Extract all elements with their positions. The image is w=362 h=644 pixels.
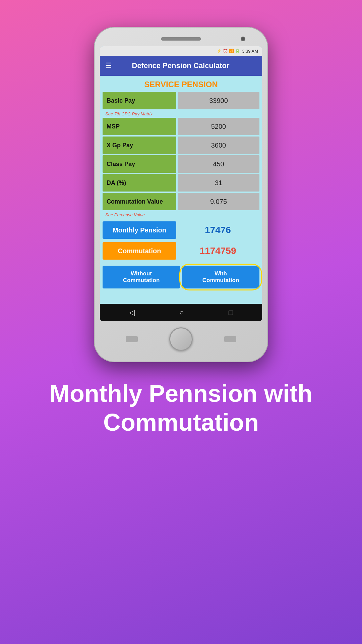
table-row: Commutation Value 9.075 [103,193,259,210]
phone-device: ⚡ ⏰ 📶 🔋 3:39 AM ☰ Defence Pension Calcul… [94,27,268,362]
label-da: DA (%) [103,174,176,192]
hint-purchase-value[interactable]: See Purchase Value [103,212,259,219]
label-basic-pay: Basic Pay [103,92,176,109]
action-buttons: WithoutCommutation WithCommutation [100,264,262,290]
phone-right-button [224,336,236,342]
app-title: Defence Pension Calculator [117,61,244,70]
table-row: Basic Pay 33900 [103,92,259,109]
commutation-row: Commutation 1174759 [103,241,259,260]
home-button[interactable]: ○ [179,308,184,317]
value-commutation-value[interactable]: 9.075 [178,193,259,210]
without-commutation-button[interactable]: WithoutCommutation [103,266,180,288]
phone-camera [241,37,245,41]
status-time: 3:39 AM [242,49,258,54]
value-msp[interactable]: 5200 [178,118,259,135]
app-bar: ☰ Defence Pension Calculator [100,56,262,76]
status-bar: ⚡ ⏰ 📶 🔋 3:39 AM [100,46,262,56]
phone-home-button[interactable] [169,327,193,351]
commutation-button[interactable]: Commutation [103,242,176,260]
phone-speaker [161,37,201,41]
results-section: Monthly Pension 17476 Commutation 117475… [100,219,262,264]
label-commutation-value: Commutation Value [103,193,176,210]
table-row: DA (%) 31 [103,174,259,192]
label-class-pay: Class Pay [103,155,176,173]
hint-pay-matrix[interactable]: See 7th CPC Pay Matrix [103,111,259,118]
value-basic-pay[interactable]: 33900 [178,92,259,109]
commutation-value: 1174759 [176,246,259,256]
table-row: MSP 5200 [103,118,259,135]
monthly-pension-row: Monthly Pension 17476 [103,221,259,239]
monthly-pension-value: 17476 [176,225,259,235]
with-commutation-button[interactable]: WithCommutation [182,266,259,288]
label-msp: MSP [103,118,176,135]
back-button[interactable]: ◁ [129,308,135,317]
table-row: X Gp Pay 3600 [103,137,259,154]
phone-bottom [100,321,262,354]
phone-frame: ⚡ ⏰ 📶 🔋 3:39 AM ☰ Defence Pension Calcul… [94,27,268,362]
phone-left-button [126,336,138,342]
menu-icon[interactable]: ☰ [105,61,112,70]
phone-screen: ⚡ ⏰ 📶 🔋 3:39 AM ☰ Defence Pension Calcul… [100,46,262,321]
table-row: Class Pay 450 [103,155,259,173]
monthly-pension-button[interactable]: Monthly Pension [103,221,176,239]
recent-button[interactable]: □ [229,308,233,317]
value-xgp-pay[interactable]: 3600 [178,137,259,154]
input-table: Basic Pay 33900 See 7th CPC Pay Matrix M… [100,92,262,219]
value-class-pay[interactable]: 450 [178,155,259,173]
section-title: SERVICE PENSION [100,76,262,92]
app-content: SERVICE PENSION Basic Pay 33900 See 7th … [100,76,262,304]
phone-top-bar [100,33,262,45]
label-xgp-pay: X Gp Pay [103,137,176,154]
nav-bar: ◁ ○ □ [100,304,262,321]
value-da[interactable]: 31 [178,174,259,192]
status-icons: ⚡ ⏰ 📶 🔋 [217,49,240,53]
promo-text: Monthly Pennsion with Commutation [0,379,362,437]
